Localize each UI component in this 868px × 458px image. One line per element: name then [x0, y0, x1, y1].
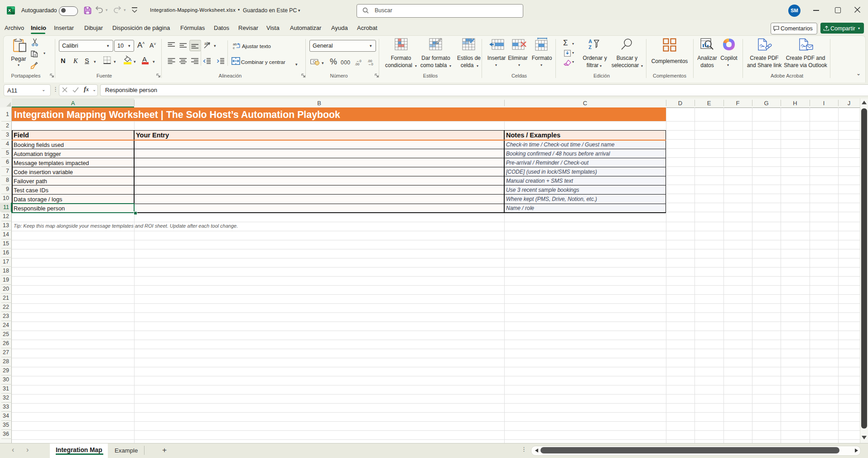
svg-text:ab: ab — [204, 41, 209, 46]
svg-text:.00: .00 — [355, 62, 359, 66]
svg-text:c: c — [233, 46, 235, 49]
svg-text:A: A — [588, 39, 592, 44]
svg-text:Z: Z — [588, 44, 592, 50]
svg-text:X: X — [8, 8, 11, 13]
svg-text:→0: →0 — [368, 62, 373, 66]
